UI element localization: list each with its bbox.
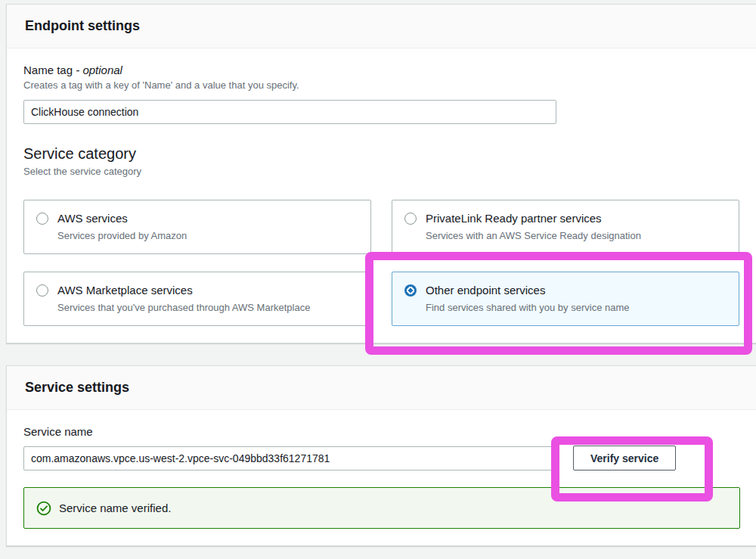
service-category-description: Select the service category bbox=[23, 166, 738, 177]
name-tag-optional-text: - optional bbox=[76, 64, 122, 76]
radio-aws-services[interactable] bbox=[36, 213, 48, 225]
radio-other-endpoint-services[interactable] bbox=[404, 284, 417, 297]
service-category-tiles: AWS services Services provided by Amazon… bbox=[23, 200, 739, 326]
service-name-row: Verify service bbox=[23, 446, 738, 470]
endpoint-settings-card: Endpoint settings Name tag - optional Cr… bbox=[6, 4, 756, 343]
tile-other-endpoint-services-label: Other endpoint services bbox=[426, 282, 630, 298]
tile-aws-marketplace-services[interactable]: AWS Marketplace services Services that y… bbox=[23, 272, 371, 326]
tile-privatelink-partner-services-label: PrivateLink Ready partner services bbox=[426, 210, 641, 226]
service-settings-header: Service settings bbox=[7, 366, 756, 410]
name-tag-input[interactable] bbox=[23, 100, 556, 124]
name-tag-label-text: Name tag bbox=[23, 64, 73, 76]
tile-aws-marketplace-services-label: AWS Marketplace services bbox=[57, 282, 310, 298]
tile-aws-services-label: AWS services bbox=[57, 210, 187, 226]
tile-privatelink-partner-services-description: Services with an AWS Service Ready desig… bbox=[426, 228, 641, 243]
service-category-heading: Service category bbox=[23, 145, 738, 163]
service-settings-card: Service settings Service name Verify ser… bbox=[6, 365, 756, 546]
endpoint-settings-header: Endpoint settings bbox=[7, 5, 756, 48]
service-name-input[interactable] bbox=[23, 446, 558, 470]
service-settings-body: Service name Verify service Service name… bbox=[7, 410, 756, 545]
radio-aws-marketplace-services[interactable] bbox=[36, 284, 48, 297]
tile-aws-services-description: Services provided by Amazon bbox=[57, 228, 187, 243]
service-verified-message: Service name verified. bbox=[59, 502, 171, 514]
tile-aws-marketplace-services-description: Services that you've purchased through A… bbox=[57, 300, 310, 315]
tile-aws-services[interactable]: AWS services Services provided by Amazon bbox=[23, 200, 371, 254]
tile-privatelink-partner-services[interactable]: PrivateLink Ready partner services Servi… bbox=[392, 200, 739, 254]
name-tag-description: Creates a tag with a key of 'Name' and a… bbox=[23, 79, 738, 91]
endpoint-settings-title: Endpoint settings bbox=[25, 18, 738, 34]
tile-other-endpoint-services[interactable]: Other endpoint services Find services sh… bbox=[392, 272, 739, 326]
service-verified-alert: Service name verified. bbox=[23, 487, 740, 529]
endpoint-settings-body: Name tag - optional Creates a tag with a… bbox=[7, 48, 756, 343]
service-name-label: Service name bbox=[23, 425, 738, 438]
verify-service-button[interactable]: Verify service bbox=[573, 446, 676, 470]
name-tag-label: Name tag - optional bbox=[23, 64, 738, 76]
tile-other-endpoint-services-description: Find services shared with you by service… bbox=[426, 300, 630, 315]
radio-privatelink-partner-services[interactable] bbox=[404, 213, 417, 225]
success-check-icon bbox=[36, 501, 51, 516]
service-settings-title: Service settings bbox=[25, 380, 738, 396]
